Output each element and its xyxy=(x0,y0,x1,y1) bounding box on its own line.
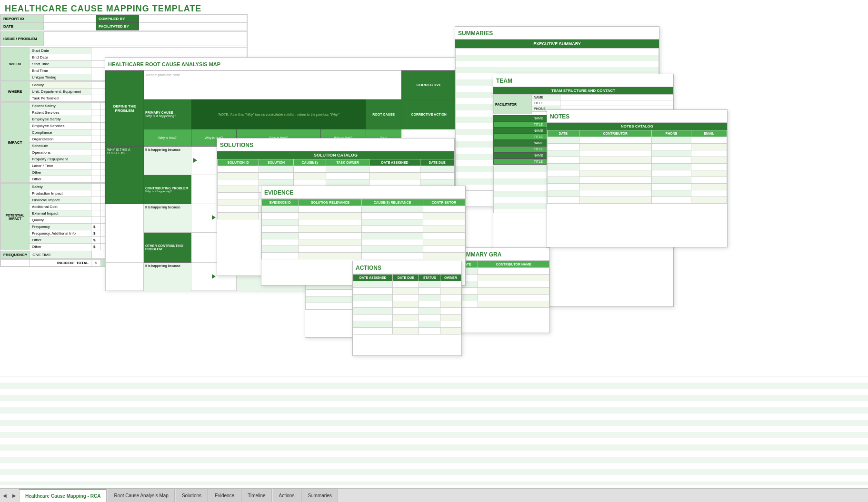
facilitated-by-value[interactable] xyxy=(139,23,247,30)
primary-cause-label: PRIMARY CAUSE Why is it happening? xyxy=(144,99,191,129)
frequency-value: ONE TIME xyxy=(30,251,92,259)
pi-row-9: Other xyxy=(30,244,91,250)
pi-row-4: External Impact xyxy=(30,210,91,217)
define-problem-label: DEFINE THE PROBLEM xyxy=(106,71,144,147)
report-id-label: REPORT ID xyxy=(1,15,44,23)
date-label: DATE xyxy=(1,23,44,30)
ev-col-3: CONTRIBUTOR xyxy=(423,199,465,206)
sg-col-1: CONTRIBUTOR NAME xyxy=(478,261,549,268)
tab-prev-arrow[interactable]: ◀ xyxy=(0,488,10,502)
why-this-label: WHY IS THIS A PROBLEM? xyxy=(106,147,144,204)
impact-row-8: Property / Equipment xyxy=(30,156,91,163)
act-col-2: STATUS xyxy=(419,275,440,281)
pi-row-7: Frequency, Additional Info xyxy=(30,230,91,237)
notes-title: NOTES xyxy=(547,110,727,123)
summaries-title: SUMMARIES xyxy=(455,27,659,39)
where-row-2: Task Performed xyxy=(30,95,91,102)
rca-map-title: HEALTHCARE ROOT CAUSE ANALYSIS MAP xyxy=(105,58,457,70)
summary-graph-card: SUMMARY GRA DATE CONTRIBUTOR NAME xyxy=(455,247,550,333)
impact-row-11: Other xyxy=(30,176,91,183)
tab-next-arrow[interactable]: ▶ xyxy=(10,488,19,502)
notes-card: NOTES NOTES CATALOG DATE CONTRIBUTOR PHO… xyxy=(547,109,728,247)
evidence-title: EVIDENCE xyxy=(261,186,465,199)
dollar-sign: $ xyxy=(91,260,101,266)
team-title: TEAM xyxy=(493,74,673,87)
corrective-label: CORRECTIVE xyxy=(401,71,457,99)
pi-row-8: Other xyxy=(30,237,91,244)
impact-row-1: Patient Services xyxy=(30,109,91,116)
compiled-by-label: COMPILED BY xyxy=(96,15,139,23)
impact-row-6: Schedule xyxy=(30,143,91,149)
executive-summary-label: EXECUTIVE SUMMARY xyxy=(455,39,659,48)
impact-row-3: Employee Services xyxy=(30,123,91,129)
tab-actions[interactable]: Actions xyxy=(273,489,301,502)
notes-col-2: PHONE xyxy=(652,130,691,137)
pi-row-0: Safety xyxy=(30,184,91,190)
tab-solutions[interactable]: Solutions xyxy=(176,489,208,502)
actions-title: ACTIONS xyxy=(353,261,461,274)
pi-row-6: Frequency xyxy=(30,224,91,230)
tab-evidence[interactable]: Evidence xyxy=(209,489,240,502)
notes-col-3: EMAIL xyxy=(691,130,727,137)
impact-row-7: Operations xyxy=(30,149,91,156)
pi-row-5: Quality xyxy=(30,217,91,224)
ev-col-1: SOLUTION RELEVANCE xyxy=(299,199,361,206)
notes-col-1: CONTRIBUTOR xyxy=(579,130,652,137)
when-label: WHEN xyxy=(1,48,30,81)
incident-total-label: INCIDENT TOTAL xyxy=(30,260,91,266)
where-label: WHERE xyxy=(1,82,30,102)
tab-healthcare-cause-mapping[interactable]: Healthcare Cause Mapping - RCA xyxy=(19,489,107,502)
date-value[interactable] xyxy=(44,23,96,30)
where-row-1: Unit, Department, Equipment xyxy=(30,89,91,95)
corrective-action-label: CORRECTIVE ACTION xyxy=(401,99,457,129)
pi-row-1: Production Impact xyxy=(30,190,91,197)
tabs-bar: ◀ ▶ Healthcare Cause Mapping - RCA Root … xyxy=(0,488,868,502)
frequency-label: FREQUENCY xyxy=(1,251,30,259)
issue-problem-value[interactable] xyxy=(44,32,247,46)
summary-graph-title: SUMMARY GRA xyxy=(455,248,549,261)
sol-col-0: SOLUTION ID xyxy=(218,159,259,166)
sol-col-3: TASK OWNER xyxy=(326,159,369,166)
impact-row-4: Compliance xyxy=(30,129,91,136)
potential-impact-label: POTENTIAL IMPACT xyxy=(1,184,30,250)
impact-label: IMPACT xyxy=(1,103,30,183)
pi-row-3: Additional Cost xyxy=(30,204,91,210)
impact-row-5: Organization xyxy=(30,136,91,143)
facilitator-label-1: FACILITATOR xyxy=(494,95,532,114)
impact-row-9: Labor / Time xyxy=(30,163,91,169)
other-contributing-label: OTHER CONTRIBUTING PROBLEM xyxy=(144,232,191,262)
define-problem-value[interactable]: Define problem here xyxy=(144,71,401,99)
notes-col-0: DATE xyxy=(548,130,579,137)
facilitated-by-label: FACILITATED BY xyxy=(96,23,139,30)
note-text: *NOTE: if the final "Why" has no control… xyxy=(191,99,366,129)
tab-timeline[interactable]: Timeline xyxy=(241,489,271,502)
when-row-4: Unique Timing xyxy=(30,74,91,81)
team-catalog-title: TEAM STRUCTURE AND CONTACT xyxy=(493,87,673,94)
tab-root-cause-analysis-map[interactable]: Root Cause Analysis Map xyxy=(108,489,175,502)
sol-col-5: DATE DUE xyxy=(420,159,454,166)
compiled-by-value[interactable] xyxy=(139,15,247,23)
bottom-grid xyxy=(0,376,868,485)
impact-row-10: Other xyxy=(30,169,91,176)
contributing-problem-label: CONTRIBUTING PROBLEM Why is it happening… xyxy=(144,175,191,204)
main-container: HEALTHCARE CAUSE MAPPING TEMPLATE REPORT… xyxy=(0,0,868,502)
ev-col-2: CAUSE(S) RELEVANCE xyxy=(362,199,423,206)
report-id-value[interactable] xyxy=(44,15,96,23)
when-row-1: End Date xyxy=(30,54,91,61)
when-row-0: Start Date xyxy=(30,48,91,54)
act-col-0: DATE ASSIGNED xyxy=(353,275,393,281)
solutions-title: SOLUTIONS xyxy=(217,138,454,151)
tab-summaries[interactable]: Summaries xyxy=(301,489,338,502)
sol-col-4: DATE ASSIGNED xyxy=(369,159,420,166)
sol-col-1: SOLUTION xyxy=(259,159,293,166)
ev-col-0: EVIDENCE ID xyxy=(262,199,299,206)
sol-col-2: CAUSE(S) xyxy=(293,159,326,166)
page-title: HEALTHCARE CAUSE MAPPING TEMPLATE xyxy=(5,4,201,14)
when-row-2: Start Time xyxy=(30,61,91,68)
pi-row-2: Financial Impact xyxy=(30,197,91,204)
act-col-3: OWNER xyxy=(440,275,461,281)
issue-problem-label: ISSUE / PROBLEM xyxy=(1,32,44,46)
solutions-catalog-title: SOLUTION CATALOG xyxy=(217,151,454,159)
root-cause-label: ROOT CAUSE xyxy=(366,99,401,129)
notes-catalog-title: NOTES CATALOG xyxy=(547,123,727,130)
